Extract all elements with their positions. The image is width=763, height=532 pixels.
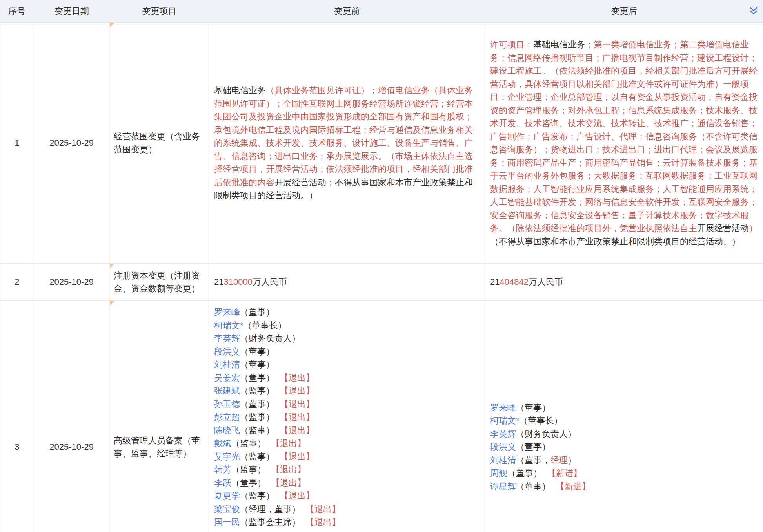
col-header-before: 变更前 — [209, 5, 485, 17]
person-link[interactable]: 梁宝俊 — [214, 504, 240, 514]
person-line: 柯瑞文*（董事长） — [214, 319, 340, 332]
status-tag: 【退出】 — [280, 452, 314, 461]
person-line: 罗来峰（董事） — [490, 401, 590, 414]
text-segment: （董事） — [516, 481, 550, 491]
status-tag: 【退出】 — [280, 399, 314, 409]
cell-change-date: 2025-10-29 — [34, 23, 110, 263]
person-link[interactable]: 国一民 — [214, 517, 240, 527]
status-tag: 【退出】 — [306, 504, 340, 514]
person-link[interactable]: 周舰 — [490, 468, 507, 478]
person-line: 李英辉（财务负责人） — [490, 427, 590, 441]
text-segment: （监事） — [231, 438, 266, 448]
text-segment: （监事） — [240, 491, 274, 501]
person-link[interactable]: 刘桂清 — [214, 360, 240, 369]
person-link[interactable]: 李英辉 — [490, 429, 516, 439]
status-tag: 【退出】 — [271, 438, 306, 448]
person-link[interactable]: 彭立超 — [214, 412, 240, 422]
person-line: 刘桂清（董事，经理） — [490, 454, 590, 467]
person-link[interactable]: 戴斌 — [214, 438, 231, 448]
status-tag: 【退出】 — [271, 465, 306, 474]
person-line: 彭立超（监事）【退出】 — [214, 411, 340, 424]
person-line: 柯瑞文*（董事长） — [490, 414, 590, 427]
person-link[interactable]: 陈晓飞 — [214, 425, 240, 435]
text-segment: （监事） — [240, 412, 274, 422]
cell-change-before: 罗来峰（董事）柯瑞文*（董事长）李英辉（财务负责人）段洪义（董事）刘桂清（董事）… — [209, 301, 485, 532]
cell-change-item: 注册资本变更（注册资金、资金数额等变更） — [110, 264, 209, 300]
person-line: 段洪义（董事） — [490, 440, 590, 454]
change-record-table: 序号 变更日期 变更项目 变更前 变更后 12025-10-29经营范围变更（含… — [0, 0, 763, 532]
person-link[interactable]: 艾宇光 — [214, 452, 240, 461]
text-segment: 404842 — [500, 277, 528, 287]
person-line: 罗来峰（董事） — [214, 306, 340, 319]
text-segment: 基础电信业务 — [533, 40, 585, 49]
person-link[interactable]: 罗来峰 — [490, 403, 516, 413]
text-segment: （监事） — [231, 465, 266, 474]
text-segment: （不得从事国家和本市产业政策禁止和限制类项目的经营活动。） — [490, 237, 740, 246]
cell-change-after: 罗来峰（董事）柯瑞文*（董事长）李英辉（财务负责人）段洪义（董事）刘桂清（董事，… — [485, 301, 763, 532]
person-link[interactable]: 李跃 — [214, 478, 231, 488]
text-segment: 万人民币 — [529, 277, 563, 287]
status-tag: 【退出】 — [280, 373, 314, 383]
text-segment: 许可项目： — [490, 40, 533, 49]
person-link[interactable]: 谭星辉 — [490, 481, 516, 491]
change-item-label: 高级管理人员备案（董事、监事、经理等） — [114, 434, 205, 460]
status-tag: 【退出】 — [306, 517, 340, 527]
change-item-label: 经营范围变更（含业务范围变更） — [114, 130, 205, 156]
person-link[interactable]: 段洪义 — [214, 347, 240, 356]
text-segment: （董事） — [516, 403, 550, 413]
table-body: 12025-10-29经营范围变更（含业务范围变更）基础电信业务（具体业务范围见… — [0, 23, 763, 532]
col-header-no: 序号 — [0, 5, 34, 17]
text-segment: （董事长） — [243, 320, 287, 330]
text-segment: （监事） — [240, 425, 274, 435]
person-link[interactable]: 段洪义 — [490, 442, 516, 452]
text-segment: （董事） — [507, 468, 542, 478]
person-link[interactable]: 柯瑞文* — [214, 320, 243, 330]
text-segment: （监事会主席） — [240, 517, 300, 527]
status-tag: 【退出】 — [280, 412, 314, 422]
text-segment: 21 — [214, 277, 223, 287]
fold-corner-marker — [110, 23, 114, 27]
person-link[interactable]: 张建斌 — [214, 386, 240, 396]
cell-change-item: 高级管理人员备案（董事、监事、经理等） — [110, 301, 209, 532]
person-line: 夏更学（监事）【退出】 — [214, 489, 340, 503]
person-link[interactable]: 李英辉 — [214, 333, 240, 343]
text-segment: ； — [326, 177, 335, 187]
person-link[interactable]: 孙玉德 — [214, 399, 240, 409]
table-row: 12025-10-29经营范围变更（含业务范围变更）基础电信业务（具体业务范围见… — [0, 23, 763, 264]
table-row: 32025-10-29高级管理人员备案（董事、监事、经理等）罗来峰（董事）柯瑞文… — [0, 301, 763, 532]
cell-no: 2 — [0, 264, 34, 300]
change-item-label: 注册资本变更（注册资金、资金数额等变更） — [114, 269, 205, 295]
cell-change-before: 21310000万人民币 — [209, 264, 485, 300]
person-link[interactable]: 韩芳 — [214, 465, 231, 474]
table-header: 序号 变更日期 变更项目 变更前 变更后 — [0, 0, 763, 23]
person-line: 国一民（监事会主席）【退出】 — [214, 516, 340, 529]
person-line: 艾宇光（监事）【退出】 — [214, 450, 340, 463]
cell-change-date: 2025-10-29 — [34, 264, 110, 300]
cell-change-after: 21404842万人民币 — [485, 264, 763, 300]
col-header-after: 变更后 — [485, 5, 763, 17]
person-link[interactable]: 刘桂清 — [490, 455, 516, 465]
text-segment: 开展经营活动 — [274, 177, 326, 187]
text-segment: （监事） — [240, 452, 274, 461]
text-segment: （董事） — [231, 478, 266, 488]
text-segment: ；第一类增值电信业务；第二类增值电信业务；信息网络传播视听节目；广播电视节目制作… — [490, 40, 758, 233]
cell-change-date: 2025-10-29 — [34, 301, 110, 532]
text-segment: （董事） — [240, 399, 274, 409]
table-row: 22025-10-29注册资本变更（注册资金、资金数额等变更）21310000万… — [0, 264, 763, 301]
text-segment: 万人民币 — [253, 277, 287, 287]
double-chevron-down-icon[interactable] — [749, 6, 758, 16]
person-line: 孙玉德（董事）【退出】 — [214, 398, 340, 411]
person-line: 李英辉（财务负责人） — [214, 332, 340, 345]
fold-corner-marker — [110, 301, 114, 306]
text-segment: ） — [568, 455, 576, 465]
person-link[interactable]: 柯瑞文* — [490, 416, 520, 425]
person-line: 韩芳（监事）【退出】 — [214, 463, 340, 476]
person-link[interactable]: 吴姜宏 — [214, 373, 240, 383]
person-link[interactable]: 夏更学 — [214, 491, 240, 501]
text-segment: （具体业务范围见许可证）；增值电信业务（具体业务范围见许可证）；全国性互联网上网… — [214, 85, 473, 187]
person-line: 刘桂清（董事） — [214, 358, 340, 371]
status-tag: 【退出】 — [271, 478, 306, 488]
person-link[interactable]: 罗来峰 — [214, 307, 240, 317]
person-line: 周舰（董事）【新进】 — [490, 467, 590, 480]
col-header-item: 变更项目 — [110, 5, 209, 17]
